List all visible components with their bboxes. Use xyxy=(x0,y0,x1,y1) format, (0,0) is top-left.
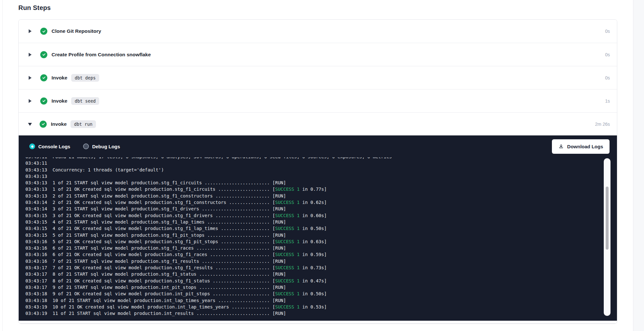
step-row-clone-git-repository[interactable]: Clone Git Repository0s xyxy=(19,20,617,43)
console-log-output[interactable]: 03:43:11 Found 21 models, 17 tests, 0 sn… xyxy=(19,157,617,321)
log-line: 03:43:18 9 of 21 OK created sql view mod… xyxy=(25,290,617,297)
debug-logs-label: Debug Logs xyxy=(92,144,120,149)
expand-caret-icon[interactable] xyxy=(29,29,32,33)
log-line: 03:43:18 10 of 21 START sql view model p… xyxy=(25,297,617,304)
log-result-success: SUCCESS 1 xyxy=(275,265,299,270)
page-title: Run Steps xyxy=(18,0,617,12)
radio-unselected-icon[interactable] xyxy=(83,143,89,149)
log-timestamp: 03:43:11 xyxy=(25,157,47,159)
log-result-run: [RUN] xyxy=(270,285,286,290)
log-message: 2 of 21 START sql view model production.… xyxy=(47,193,270,198)
step-row-dbt-seed[interactable]: Invokedbt seed1s xyxy=(19,89,617,112)
run-steps-page: Run Steps Clone Git Repository0sCreate P… xyxy=(0,0,644,331)
log-result-bracket: [ xyxy=(270,291,275,296)
log-result-detail: in 0.73s] xyxy=(299,265,327,270)
log-scrollbar-thumb[interactable] xyxy=(606,187,609,250)
log-timestamp: 03:43:16 xyxy=(25,239,47,244)
log-result-bracket: [ xyxy=(270,239,275,244)
log-message: 9 of 21 OK created sql view model produc… xyxy=(47,291,270,296)
log-result-detail: in 0.53s] xyxy=(299,304,327,309)
step-label: Invoke xyxy=(52,98,67,104)
log-line: 03:43:17 9 of 21 START sql view model pr… xyxy=(25,284,617,290)
log-line: 03:43:14 2 of 21 OK created sql view mod… xyxy=(25,199,617,206)
log-result-detail: in 0.63s] xyxy=(299,239,327,244)
log-result-run: [RUN] xyxy=(270,245,286,251)
log-timestamp: 03:43:14 xyxy=(25,200,47,205)
log-line: 03:43:14 3 of 21 START sql view model pr… xyxy=(25,206,617,212)
log-line: 03:43:13 1 of 21 START sql view model pr… xyxy=(25,179,617,186)
log-message: 6 of 21 START sql view model production.… xyxy=(47,245,270,251)
success-check-icon xyxy=(40,51,47,58)
row-divider xyxy=(19,323,617,324)
console-logs-radio-option[interactable]: Console Logs xyxy=(29,143,70,149)
log-result-detail: in 0.77s] xyxy=(299,187,327,192)
collapse-caret-icon[interactable] xyxy=(28,123,32,126)
log-line: 03:43:11 xyxy=(25,160,617,166)
radio-selected-icon[interactable] xyxy=(29,143,35,149)
log-result-detail: in 0.50s] xyxy=(299,291,327,296)
step-row-dbt-run[interactable]: Invokedbt run2m 26s xyxy=(19,112,617,135)
log-timestamp: 03:43:17 xyxy=(25,285,47,290)
log-message: 9 of 21 START sql view model production.… xyxy=(47,285,270,290)
log-message: 6 of 21 OK created sql view model produc… xyxy=(47,252,270,257)
log-timestamp: 03:43:18 xyxy=(25,298,47,303)
step-duration: 2m 26s xyxy=(595,122,610,127)
log-result-bracket: [ xyxy=(270,213,275,218)
step-duration: 0s xyxy=(605,29,610,34)
log-scrollbar[interactable] xyxy=(604,158,611,316)
log-result-run: [RUN] xyxy=(270,259,286,264)
log-panel-header: Console Logs Debug Logs Download Logs xyxy=(19,135,617,157)
expand-caret-icon[interactable] xyxy=(29,99,32,103)
step-row-dbt-deps[interactable]: Invokedbt deps0s xyxy=(19,66,617,89)
download-logs-label: Download Logs xyxy=(567,144,603,149)
log-result-detail: in 0.62s] xyxy=(299,200,327,205)
log-result-bracket: [ xyxy=(270,304,275,309)
debug-logs-radio-option[interactable]: Debug Logs xyxy=(83,143,120,149)
log-result-detail: in 0.59s] xyxy=(299,252,327,257)
log-message: 5 of 21 START sql view model production.… xyxy=(47,233,270,238)
log-result-bracket: [ xyxy=(270,252,275,257)
main-content: Run Steps Clone Git Repository0sCreate P… xyxy=(18,0,617,324)
log-result-run: [RUN] xyxy=(270,219,286,225)
step-duration: 1s xyxy=(605,98,610,104)
log-line: 03:43:13 1 of 21 OK created sql view mod… xyxy=(25,186,617,192)
log-result-bracket: [ xyxy=(270,226,275,231)
log-line: 03:43:17 8 of 21 START sql view model pr… xyxy=(25,271,617,277)
log-timestamp: 03:43:14 xyxy=(25,206,47,211)
log-message xyxy=(47,161,52,166)
download-logs-button[interactable]: Download Logs xyxy=(552,139,610,154)
log-line: 03:43:15 3 of 21 OK created sql view mod… xyxy=(25,212,617,219)
log-message: 11 of 21 START sql view model production… xyxy=(47,311,270,316)
command-badge: dbt deps xyxy=(71,74,99,82)
log-timestamp: 03:43:16 xyxy=(25,259,47,264)
log-line: 03:43:17 8 of 21 OK created sql view mod… xyxy=(25,278,617,284)
expand-caret-icon[interactable] xyxy=(29,53,32,57)
success-check-icon xyxy=(40,121,47,128)
log-message: 7 of 21 OK created sql view model produc… xyxy=(47,265,270,270)
log-timestamp: 03:43:13 xyxy=(25,174,47,179)
log-result-success: SUCCESS 1 xyxy=(275,226,299,231)
log-result-success: SUCCESS 1 xyxy=(275,239,299,244)
log-message: 2 of 21 OK created sql view model produc… xyxy=(47,200,270,205)
log-message: 4 of 21 OK created sql view model produc… xyxy=(47,226,270,231)
log-message: 7 of 21 START sql view model production.… xyxy=(47,259,270,264)
step-row-create-profile-from-connection-snowflake[interactable]: Create Profile from Connection snowflake… xyxy=(19,43,617,66)
log-result-success: SUCCESS 1 xyxy=(275,252,299,257)
log-line: 03:43:16 5 of 21 OK created sql view mod… xyxy=(25,238,617,245)
log-result-success: SUCCESS 1 xyxy=(275,291,299,296)
log-content: 03:43:11 Found 21 models, 17 tests, 0 sn… xyxy=(19,157,617,317)
log-message: 4 of 21 START sql view model production.… xyxy=(47,219,270,225)
log-timestamp: 03:43:15 xyxy=(25,233,47,238)
log-result-success: SUCCESS 1 xyxy=(275,200,299,205)
log-panel: Console Logs Debug Logs Download Logs xyxy=(19,135,617,321)
log-timestamp: 03:43:15 xyxy=(25,219,47,225)
step-duration: 0s xyxy=(605,52,610,57)
log-timestamp: 03:43:17 xyxy=(25,278,47,283)
log-message: 1 of 21 START sql view model production.… xyxy=(47,180,270,185)
log-result-run: [RUN] xyxy=(270,206,286,211)
log-result-run: [RUN] xyxy=(270,193,286,198)
log-line: 03:43:11 Found 21 models, 17 tests, 0 sn… xyxy=(25,157,617,160)
expand-caret-icon[interactable] xyxy=(29,76,32,80)
log-result-run: [RUN] xyxy=(270,180,286,185)
log-message: 10 of 21 START sql view model production… xyxy=(47,298,270,303)
